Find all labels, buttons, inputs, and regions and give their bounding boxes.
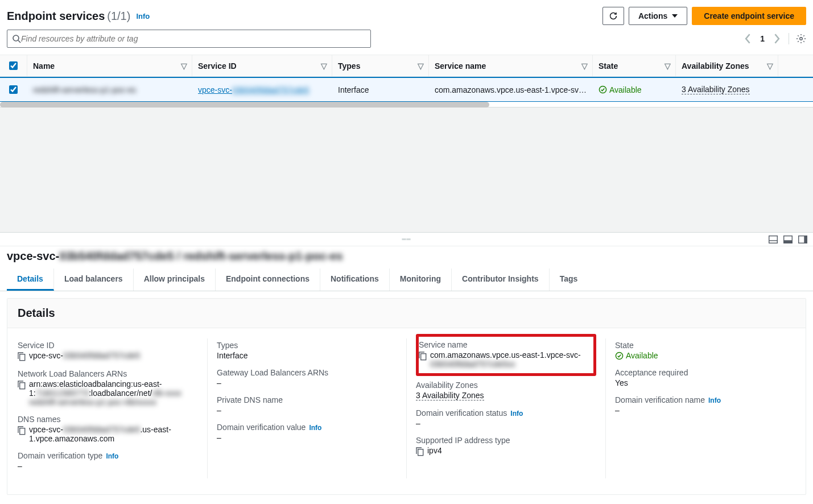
page-number: 1 xyxy=(760,34,765,43)
value-supported-ip-type: ipv4 xyxy=(416,446,596,456)
value-domain-verification-status: – xyxy=(416,419,596,428)
drag-handle-icon: ══ xyxy=(402,236,411,242)
value-availability-zones: 3 Availability Zones xyxy=(416,391,596,400)
info-link[interactable]: Info xyxy=(510,410,523,418)
select-all-checkbox[interactable] xyxy=(9,61,18,70)
svg-rect-9 xyxy=(20,383,25,389)
value-domain-verification-value: – xyxy=(217,433,397,442)
value-acceptance-required: Yes xyxy=(615,378,795,387)
info-link[interactable]: Info xyxy=(106,452,118,460)
value-gwlb-arns: – xyxy=(217,378,397,387)
settings-button[interactable] xyxy=(796,34,806,44)
row-checkbox[interactable] xyxy=(9,85,18,94)
copy-icon[interactable] xyxy=(18,426,26,435)
horizontal-scrollbar[interactable] xyxy=(0,102,813,108)
tab-notifications[interactable]: Notifications xyxy=(320,268,390,291)
svg-point-0 xyxy=(13,35,19,41)
value-domain-verification-type: – xyxy=(18,461,198,470)
page-info-link[interactable]: Info xyxy=(136,12,150,20)
column-name[interactable]: Name▽ xyxy=(27,55,192,76)
copy-icon[interactable] xyxy=(419,352,427,361)
copy-icon[interactable] xyxy=(18,352,26,361)
label-service-id: Service ID xyxy=(18,341,198,350)
label-nlb-arns: Network Load Balancers ARNs xyxy=(18,369,198,378)
detail-title: vpce-svc-03b540fddad757cde5 / redshift-s… xyxy=(0,246,813,268)
tab-contributor-insights[interactable]: Contributor Insights xyxy=(452,268,550,291)
check-circle-icon xyxy=(615,352,624,360)
label-acceptance-required: Acceptance required xyxy=(615,368,795,377)
layout-right-icon[interactable] xyxy=(798,236,807,243)
caret-down-icon xyxy=(672,14,678,18)
svg-rect-7 xyxy=(804,236,807,243)
search-input[interactable] xyxy=(21,34,366,43)
row-availability-zones[interactable]: 3 Availability Zones xyxy=(682,85,750,94)
svg-rect-11 xyxy=(421,354,426,360)
detail-tabs: Details Load balancers Allow principals … xyxy=(0,268,813,291)
column-state[interactable]: State▽ xyxy=(593,55,676,76)
label-types: Types xyxy=(217,341,397,350)
tab-tags[interactable]: Tags xyxy=(550,268,588,291)
svg-rect-5 xyxy=(784,241,793,243)
row-service-name: com.amazonaws.vpce.us-east-1.vpce-sv… xyxy=(429,78,593,101)
label-private-dns-name: Private DNS name xyxy=(217,395,397,404)
label-domain-verification-value: Domain verification valueInfo xyxy=(217,423,397,432)
table-row[interactable]: redshift-serverless-p1-poc-es vpce-svc-0… xyxy=(0,77,813,102)
tab-endpoint-connections[interactable]: Endpoint connections xyxy=(216,268,320,291)
next-page-button[interactable] xyxy=(771,34,782,44)
create-endpoint-service-button[interactable]: Create endpoint service xyxy=(692,7,806,25)
actions-label: Actions xyxy=(638,11,667,20)
page-title: Endpoint services xyxy=(7,10,105,23)
column-availability-zones[interactable]: Availability Zones▽ xyxy=(676,55,778,76)
search-icon xyxy=(12,34,21,43)
label-dns-names: DNS names xyxy=(18,415,198,424)
row-types: Interface xyxy=(332,78,429,101)
value-domain-verification-name: – xyxy=(615,406,795,415)
row-name: redshift-serverless-p1-poc-es xyxy=(33,85,136,94)
row-service-id-link[interactable]: vpce-svc-03b540fddad757cde5 xyxy=(198,85,309,94)
tab-details[interactable]: Details xyxy=(7,268,54,291)
panel-splitter[interactable]: ══ xyxy=(0,233,813,246)
table-header: Name▽ Service ID▽ Types▽ Service name▽ S… xyxy=(0,55,813,77)
svg-rect-3 xyxy=(769,236,778,243)
copy-icon[interactable] xyxy=(18,381,26,390)
svg-rect-12 xyxy=(418,449,423,456)
service-name-highlight: Service name com.amazonaws.vpce.us-east-… xyxy=(416,334,596,376)
label-domain-verification-name: Domain verification nameInfo xyxy=(615,395,795,404)
value-service-name: com.amazonaws.vpce.us-east-1.vpce-svc-03… xyxy=(419,350,589,369)
label-state: State xyxy=(615,341,795,350)
tab-monitoring[interactable]: Monitoring xyxy=(390,268,452,291)
label-domain-verification-status: Domain verification statusInfo xyxy=(416,408,596,418)
value-state: Available xyxy=(615,351,795,360)
svg-rect-8 xyxy=(20,354,25,361)
label-supported-ip-type: Supported IP address type xyxy=(416,436,596,445)
svg-rect-10 xyxy=(20,428,25,435)
layout-bottom-icon[interactable] xyxy=(783,236,793,243)
value-service-id: vpce-svc-03b540fddad757cde5 xyxy=(18,351,198,361)
refresh-button[interactable] xyxy=(602,7,624,25)
label-domain-verification-type: Domain verification typeInfo xyxy=(18,451,198,460)
refresh-icon xyxy=(609,11,618,20)
value-private-dns-name: – xyxy=(217,406,397,415)
layout-left-icon[interactable] xyxy=(769,236,778,243)
row-state: Available xyxy=(599,85,642,94)
prev-page-button[interactable] xyxy=(743,34,753,44)
tab-load-balancers[interactable]: Load balancers xyxy=(54,268,134,291)
label-service-name: Service name xyxy=(419,340,589,349)
value-nlb-arns: arn:aws:elasticloadbalancing:us-east-1:7… xyxy=(18,379,198,407)
info-link[interactable]: Info xyxy=(708,396,721,404)
tab-allow-principals[interactable]: Allow principals xyxy=(134,268,216,291)
copy-icon[interactable] xyxy=(416,447,424,456)
column-service-name[interactable]: Service name▽ xyxy=(429,55,593,76)
value-dns-names: vpce-svc-03b540fddad757cde5.us-east-1.vp… xyxy=(18,425,198,443)
label-gwlb-arns: Gateway Load Balancers ARNs xyxy=(217,368,397,377)
value-types: Interface xyxy=(217,351,397,360)
column-types[interactable]: Types▽ xyxy=(332,55,429,76)
column-service-id[interactable]: Service ID▽ xyxy=(192,55,332,76)
check-circle-icon xyxy=(599,85,607,94)
actions-button[interactable]: Actions xyxy=(629,7,687,25)
details-panel-heading: Details xyxy=(7,299,806,328)
svg-point-1 xyxy=(800,38,803,40)
label-availability-zones: Availability Zones xyxy=(416,381,596,390)
info-link[interactable]: Info xyxy=(309,424,321,432)
search-input-container xyxy=(7,30,371,48)
